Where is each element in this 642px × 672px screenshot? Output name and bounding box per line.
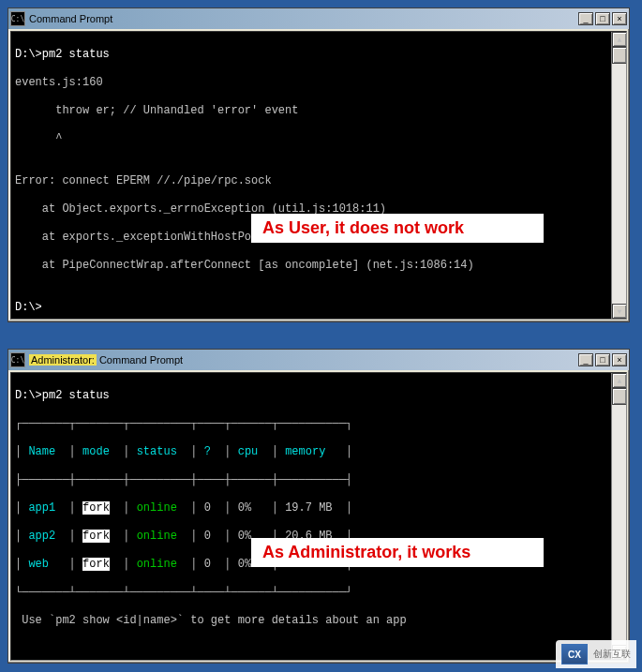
console-hint: Use `pm2 show <id|name>` to get more det… xyxy=(15,614,622,628)
cmd-icon: C:\ xyxy=(10,352,25,367)
console-line: Error: connect EPERM //./pipe/rpc.sock xyxy=(15,174,622,188)
cell-q: 0 xyxy=(204,501,211,515)
console-output[interactable]: D:\>pm2 status ┌───────┬───────┬────────… xyxy=(10,372,627,661)
cmd-icon: C:\ xyxy=(10,11,25,26)
title-rest: Command Prompt xyxy=(97,354,183,366)
cell-cpu: 0% xyxy=(238,558,251,571)
console-line: at PipeConnectWrap.afterConnect [as onco… xyxy=(15,259,622,273)
window-title: Administrator: Command Prompt xyxy=(29,354,576,366)
maximize-button[interactable]: □ xyxy=(595,12,610,25)
scroll-thumb[interactable] xyxy=(612,47,627,64)
admin-prefix: Administrator: xyxy=(29,354,97,366)
titlebar[interactable]: C:\ Administrator: Command Prompt _ □ × xyxy=(8,350,629,370)
minimize-button[interactable]: _ xyxy=(578,12,593,25)
cell-status: online xyxy=(137,501,177,515)
col-q: ? xyxy=(204,445,211,458)
table-border: ├───────┼───────┼─────────┼────┼──────┼─… xyxy=(15,473,622,487)
console-line: events.js:160 xyxy=(15,76,622,90)
cell-mode: fork xyxy=(82,501,110,515)
scroll-up-icon[interactable]: ▲ xyxy=(612,373,627,388)
cell-cpu: 0% xyxy=(238,530,251,543)
annotation-user: As User, it does not work xyxy=(251,214,544,243)
console-line: throw er; // Unhandled 'error' event xyxy=(15,104,622,118)
col-mode: mode xyxy=(82,445,110,458)
console-output[interactable]: D:\>pm2 status events.js:160 throw er; /… xyxy=(10,31,627,320)
cell-mode: fork xyxy=(82,530,110,543)
table-border: ┌───────┬───────┬─────────┬────┬──────┬─… xyxy=(15,417,622,431)
console-blank xyxy=(15,642,622,656)
cell-memory: 19.7 MB xyxy=(285,501,332,515)
window-controls: _ □ × xyxy=(576,12,627,25)
watermark: CX 创新互联 xyxy=(556,640,636,668)
cell-name: app2 xyxy=(28,530,55,543)
cell-name: web xyxy=(28,558,49,571)
vertical-scrollbar[interactable]: ▲ ▼ xyxy=(611,373,626,660)
table-row: │ app1 │ fork │ online │ 0 │ 0% │ 19.7 M… xyxy=(15,501,622,515)
window-title: Command Prompt xyxy=(29,13,576,24)
cell-q: 0 xyxy=(204,530,211,543)
scroll-track[interactable] xyxy=(612,64,626,304)
console-line: ^ xyxy=(15,132,622,146)
cell-q: 0 xyxy=(204,558,211,571)
cell-name: app1 xyxy=(28,501,55,515)
scroll-up-icon[interactable]: ▲ xyxy=(612,32,627,47)
table-header-row: │ Name │ mode │ status │ ? │ cpu │ memor… xyxy=(15,445,622,459)
vertical-scrollbar[interactable]: ▲ ▼ xyxy=(611,32,626,319)
close-button[interactable]: × xyxy=(612,12,627,25)
scroll-down-icon[interactable]: ▼ xyxy=(612,304,627,319)
cell-status: online xyxy=(137,558,177,571)
watermark-logo-icon: CX xyxy=(561,644,588,665)
col-status: status xyxy=(137,445,177,458)
close-button[interactable]: × xyxy=(612,353,627,366)
watermark-text: 创新互联 xyxy=(593,648,631,661)
annotation-admin: As Administrator, it works xyxy=(251,538,544,567)
scroll-thumb[interactable] xyxy=(612,388,627,405)
console-prompt: D:\> xyxy=(15,301,622,315)
scroll-track[interactable] xyxy=(612,405,626,645)
console-line: D:\>pm2 status xyxy=(15,48,622,62)
titlebar[interactable]: C:\ Command Prompt _ □ × xyxy=(8,8,629,29)
cell-cpu: 0% xyxy=(238,501,251,515)
col-name: Name xyxy=(28,445,55,458)
minimize-button[interactable]: _ xyxy=(578,353,593,366)
window-controls: _ □ × xyxy=(576,353,627,366)
cell-mode: fork xyxy=(82,558,110,571)
cell-status: online xyxy=(137,530,177,543)
admin-cmd-window: C:\ Administrator: Command Prompt _ □ × … xyxy=(7,349,630,664)
user-cmd-window: C:\ Command Prompt _ □ × D:\>pm2 status … xyxy=(7,7,630,322)
col-cpu: cpu xyxy=(238,445,259,458)
col-memory: memory xyxy=(285,445,325,458)
table-border: └───────┴───────┴─────────┴────┴──────┴─… xyxy=(15,586,622,600)
maximize-button[interactable]: □ xyxy=(595,353,610,366)
console-line: D:\>pm2 status xyxy=(15,389,622,403)
